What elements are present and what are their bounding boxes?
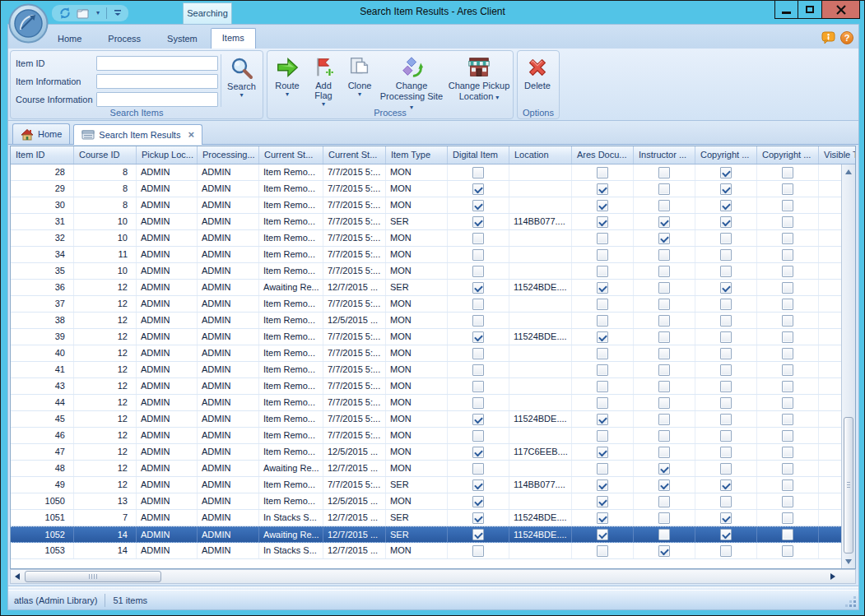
copyright_2-checkbox[interactable] <box>782 447 793 458</box>
sync-icon[interactable] <box>58 7 72 20</box>
instructor-checkbox[interactable] <box>658 496 670 507</box>
digital_item-checkbox[interactable] <box>472 496 484 507</box>
copyright_1-checkbox[interactable] <box>720 249 732 261</box>
instructor-checkbox[interactable] <box>658 249 670 261</box>
copyright_2-checkbox[interactable] <box>782 216 793 228</box>
copyright_2-checkbox[interactable] <box>782 299 793 310</box>
column-header-digital_item[interactable]: Digital Item <box>448 146 509 164</box>
column-header-current_status_date[interactable]: Current St... <box>323 146 386 164</box>
add-flag-button[interactable]: Add Flag ▾ <box>305 53 342 109</box>
table-row-39[interactable]: 3912ADMINADMINItem Remo...7/7/2015 5:...… <box>11 329 841 345</box>
copyright_2-checkbox[interactable] <box>782 282 793 294</box>
copyright_1-checkbox[interactable] <box>720 233 732 244</box>
copyright_1-checkbox[interactable] <box>720 397 732 409</box>
table-row-32[interactable]: 3210ADMINADMINItem Remo...7/7/2015 5:...… <box>11 230 841 247</box>
horizontal-scrollbar-thumb[interactable] <box>25 571 161 582</box>
instructor-checkbox[interactable] <box>658 348 670 359</box>
table-row-44[interactable]: 4412ADMINADMINItem Remo...7/7/2015 5:...… <box>11 395 841 411</box>
digital_item-checkbox[interactable] <box>472 167 484 178</box>
table-row-1051[interactable]: 10517ADMINADMINIn Stacks S...12/7/2015 .… <box>11 510 841 526</box>
copyright_2-checkbox[interactable] <box>782 364 793 376</box>
copyright_2-checkbox[interactable] <box>782 200 793 211</box>
ares_document-checkbox[interactable] <box>597 266 608 277</box>
copyright_1-checkbox[interactable] <box>720 200 732 211</box>
resize-grip[interactable] <box>845 596 857 608</box>
ares_document-checkbox[interactable] <box>597 496 608 507</box>
column-header-item_type[interactable]: Item Type <box>386 146 448 164</box>
delete-button[interactable]: Delete <box>519 53 556 109</box>
scroll-down-button[interactable] <box>842 554 855 568</box>
instructor-checkbox[interactable] <box>658 315 670 327</box>
digital_item-checkbox[interactable] <box>472 233 484 244</box>
tab-close-icon[interactable]: × <box>188 129 194 140</box>
digital_item-checkbox[interactable] <box>472 331 484 343</box>
copyright_1-checkbox[interactable] <box>720 381 732 392</box>
ares_document-checkbox[interactable] <box>597 299 608 310</box>
digital_item-checkbox[interactable] <box>472 348 484 359</box>
customize-qat-icon[interactable] <box>114 9 122 17</box>
instructor-checkbox[interactable] <box>658 414 670 425</box>
table-row-49[interactable]: 4912ADMINADMINItem Remo...7/7/2015 5:...… <box>11 477 841 493</box>
ribbon-tab-process[interactable]: Process <box>95 30 154 49</box>
copyright_2-checkbox[interactable] <box>782 315 793 327</box>
ares_document-checkbox[interactable] <box>597 381 608 392</box>
copyright_2-checkbox[interactable] <box>782 167 793 178</box>
instructor-checkbox[interactable] <box>658 233 670 244</box>
column-header-copyright_2[interactable]: Copyright ... <box>757 146 819 164</box>
copyright_2-checkbox[interactable] <box>782 496 793 507</box>
table-row-38[interactable]: 3812ADMINADMINItem Remo...12/5/2015 ...M… <box>11 313 841 329</box>
ares_document-checkbox[interactable] <box>597 167 608 178</box>
copyright_1-checkbox[interactable] <box>720 348 732 359</box>
digital_item-checkbox[interactable] <box>472 397 484 409</box>
table-row-37[interactable]: 3712ADMINADMINItem Remo...7/7/2015 5:...… <box>11 296 841 313</box>
table-row-28[interactable]: 288ADMINADMINItem Remo...7/7/2015 5:...M… <box>11 164 841 181</box>
copyright_2-checkbox[interactable] <box>782 233 793 244</box>
new-folder-icon[interactable] <box>77 7 91 20</box>
ares_document-checkbox[interactable] <box>597 183 608 195</box>
instructor-checkbox[interactable] <box>658 282 670 294</box>
instructor-checkbox[interactable] <box>658 266 670 277</box>
instructor-checkbox[interactable] <box>658 479 670 491</box>
instructor-checkbox[interactable] <box>658 512 670 524</box>
digital_item-checkbox[interactable] <box>472 183 484 195</box>
column-header-current_status[interactable]: Current St... <box>259 146 323 164</box>
change-processing-site-button[interactable]: Change Processing Site ▾ <box>378 53 445 109</box>
ares_document-checkbox[interactable] <box>597 545 608 557</box>
instructor-checkbox[interactable] <box>658 216 670 228</box>
table-row-43[interactable]: 4312ADMINADMINItem Remo...7/7/2015 5:...… <box>11 378 841 395</box>
table-row-34[interactable]: 3411ADMINADMINItem Remo...7/7/2015 5:...… <box>11 247 841 263</box>
instructor-checkbox[interactable] <box>658 430 670 442</box>
copyright_1-checkbox[interactable] <box>720 282 732 294</box>
copyright_2-checkbox[interactable] <box>782 331 793 343</box>
column-header-processing_site[interactable]: Processing... <box>198 146 259 164</box>
table-row-1053[interactable]: 105314ADMINADMINIn Stacks S...12/7/2015 … <box>11 543 841 559</box>
copyright_1-checkbox[interactable] <box>720 545 732 557</box>
column-header-copyright_1[interactable]: Copyright ... <box>695 146 757 164</box>
copyright_1-checkbox[interactable] <box>720 463 732 475</box>
ribbon-tab-items[interactable]: Items <box>211 28 256 49</box>
scroll-up-button[interactable] <box>842 164 855 178</box>
digital_item-checkbox[interactable] <box>472 249 484 261</box>
document-tab-home[interactable]: Home <box>12 123 70 144</box>
route-button[interactable]: Route ▾ <box>269 53 305 109</box>
copyright_2-checkbox[interactable] <box>782 545 793 557</box>
copyright_1-checkbox[interactable] <box>720 414 732 425</box>
digital_item-checkbox[interactable] <box>472 545 484 557</box>
instructor-checkbox[interactable] <box>658 463 670 475</box>
ares_document-checkbox[interactable] <box>597 331 608 343</box>
digital_item-checkbox[interactable] <box>472 463 484 475</box>
table-row-41[interactable]: 4112ADMINADMINItem Remo...7/7/2015 5:...… <box>11 362 841 378</box>
digital_item-checkbox[interactable] <box>472 447 484 458</box>
table-row-1052[interactable]: 105214ADMINADMINAwaiting Re...12/7/2015 … <box>11 526 841 543</box>
copyright_1-checkbox[interactable] <box>720 430 732 442</box>
copyright_2-checkbox[interactable] <box>782 183 793 195</box>
ares_document-checkbox[interactable] <box>597 463 608 475</box>
copyright_2-checkbox[interactable] <box>782 397 793 409</box>
change-pickup-location-button[interactable]: Change Pickup Location ▾ <box>445 53 513 109</box>
instructor-checkbox[interactable] <box>658 545 670 557</box>
copyright_1-checkbox[interactable] <box>720 183 732 195</box>
copyright_2-checkbox[interactable] <box>782 430 793 442</box>
instructor-checkbox[interactable] <box>658 183 670 195</box>
ares_document-checkbox[interactable] <box>597 233 608 244</box>
digital_item-checkbox[interactable] <box>472 200 484 211</box>
